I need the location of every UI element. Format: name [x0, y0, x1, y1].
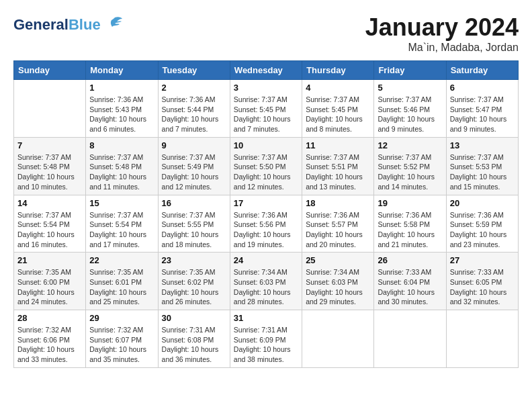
- day-number: 26: [378, 255, 442, 265]
- day-number: 19: [378, 198, 442, 208]
- calendar-cell: [374, 310, 446, 368]
- calendar-cell: 28Sunrise: 7:32 AMSunset: 6:06 PMDayligh…: [14, 310, 86, 368]
- day-info: Sunrise: 7:37 AMSunset: 5:54 PMDaylight:…: [17, 210, 82, 250]
- calendar-cell: [446, 310, 518, 368]
- calendar-cell: 6Sunrise: 7:37 AMSunset: 5:47 PMDaylight…: [446, 80, 518, 138]
- page-header: GeneralBlue January 2024 Ma`in, Madaba, …: [13, 13, 519, 54]
- day-number: 6: [450, 83, 515, 93]
- calendar-cell: 2Sunrise: 7:36 AMSunset: 5:44 PMDaylight…: [158, 80, 230, 138]
- day-info: Sunrise: 7:32 AMSunset: 6:06 PMDaylight:…: [17, 325, 82, 365]
- day-number: 17: [234, 198, 298, 208]
- day-number: 24: [234, 255, 298, 265]
- day-info: Sunrise: 7:37 AMSunset: 5:50 PMDaylight:…: [234, 152, 298, 192]
- month-title: January 2024: [365, 13, 519, 42]
- day-info: Sunrise: 7:37 AMSunset: 5:48 PMDaylight:…: [17, 152, 82, 192]
- calendar-cell: 17Sunrise: 7:36 AMSunset: 5:56 PMDayligh…: [230, 195, 302, 253]
- calendar-cell: 24Sunrise: 7:34 AMSunset: 6:03 PMDayligh…: [230, 253, 302, 310]
- calendar-cell: 30Sunrise: 7:31 AMSunset: 6:08 PMDayligh…: [158, 310, 230, 368]
- col-tuesday: Tuesday: [158, 61, 230, 80]
- day-number: 21: [17, 255, 82, 265]
- calendar-cell: [302, 310, 374, 368]
- calendar-cell: 1Sunrise: 7:36 AMSunset: 5:43 PMDaylight…: [86, 80, 158, 138]
- day-number: 11: [306, 140, 370, 150]
- calendar-cell: 8Sunrise: 7:37 AMSunset: 5:48 PMDaylight…: [86, 137, 158, 195]
- calendar-cell: 4Sunrise: 7:37 AMSunset: 5:45 PMDaylight…: [302, 80, 374, 138]
- calendar-cell: 15Sunrise: 7:37 AMSunset: 5:54 PMDayligh…: [86, 195, 158, 253]
- day-info: Sunrise: 7:37 AMSunset: 5:48 PMDaylight:…: [89, 152, 154, 192]
- day-info: Sunrise: 7:37 AMSunset: 5:52 PMDaylight:…: [378, 152, 442, 192]
- day-info: Sunrise: 7:33 AMSunset: 6:04 PMDaylight:…: [378, 267, 442, 307]
- calendar-week-row: 28Sunrise: 7:32 AMSunset: 6:06 PMDayligh…: [14, 310, 519, 368]
- calendar-header: Sunday Monday Tuesday Wednesday Thursday…: [14, 61, 519, 80]
- day-number: 27: [450, 255, 515, 265]
- day-number: 23: [162, 255, 226, 265]
- calendar-cell: 20Sunrise: 7:36 AMSunset: 5:59 PMDayligh…: [446, 195, 518, 253]
- calendar-cell: 12Sunrise: 7:37 AMSunset: 5:52 PMDayligh…: [374, 137, 446, 195]
- calendar-body: 1Sunrise: 7:36 AMSunset: 5:43 PMDaylight…: [14, 80, 519, 368]
- day-info: Sunrise: 7:34 AMSunset: 6:03 PMDaylight:…: [234, 267, 298, 307]
- calendar-cell: 3Sunrise: 7:37 AMSunset: 5:45 PMDaylight…: [230, 80, 302, 138]
- location-text: Ma`in, Madaba, Jordan: [365, 42, 519, 54]
- day-number: 14: [17, 198, 82, 208]
- calendar-cell: 11Sunrise: 7:37 AMSunset: 5:51 PMDayligh…: [302, 137, 374, 195]
- day-number: 30: [162, 313, 226, 323]
- day-number: 28: [17, 313, 82, 323]
- header-row: Sunday Monday Tuesday Wednesday Thursday…: [14, 61, 519, 80]
- calendar-cell: 22Sunrise: 7:35 AMSunset: 6:01 PMDayligh…: [86, 253, 158, 310]
- day-number: 8: [89, 140, 154, 150]
- day-info: Sunrise: 7:36 AMSunset: 5:43 PMDaylight:…: [89, 95, 154, 134]
- day-number: 3: [234, 83, 298, 93]
- calendar-cell: 18Sunrise: 7:36 AMSunset: 5:57 PMDayligh…: [302, 195, 374, 253]
- day-info: Sunrise: 7:37 AMSunset: 5:49 PMDaylight:…: [162, 152, 226, 192]
- day-number: 1: [89, 83, 154, 93]
- col-saturday: Saturday: [446, 61, 518, 80]
- logo: GeneralBlue: [13, 13, 124, 36]
- calendar-cell: [14, 80, 86, 138]
- day-info: Sunrise: 7:35 AMSunset: 6:02 PMDaylight:…: [162, 267, 226, 307]
- day-number: 31: [234, 313, 298, 323]
- day-number: 29: [89, 313, 154, 323]
- day-info: Sunrise: 7:36 AMSunset: 5:58 PMDaylight:…: [378, 210, 442, 250]
- day-info: Sunrise: 7:31 AMSunset: 6:08 PMDaylight:…: [162, 325, 226, 365]
- calendar-cell: 7Sunrise: 7:37 AMSunset: 5:48 PMDaylight…: [14, 137, 86, 195]
- day-number: 10: [234, 140, 298, 150]
- calendar-cell: 9Sunrise: 7:37 AMSunset: 5:49 PMDaylight…: [158, 137, 230, 195]
- day-info: Sunrise: 7:31 AMSunset: 6:09 PMDaylight:…: [234, 325, 298, 365]
- day-info: Sunrise: 7:36 AMSunset: 5:59 PMDaylight:…: [450, 210, 515, 250]
- calendar-table: Sunday Monday Tuesday Wednesday Thursday…: [13, 60, 519, 368]
- day-info: Sunrise: 7:35 AMSunset: 6:00 PMDaylight:…: [17, 267, 82, 307]
- calendar-cell: 19Sunrise: 7:36 AMSunset: 5:58 PMDayligh…: [374, 195, 446, 253]
- calendar-cell: 16Sunrise: 7:37 AMSunset: 5:55 PMDayligh…: [158, 195, 230, 253]
- day-number: 16: [162, 198, 226, 208]
- calendar-cell: 27Sunrise: 7:33 AMSunset: 6:05 PMDayligh…: [446, 253, 518, 310]
- calendar-cell: 10Sunrise: 7:37 AMSunset: 5:50 PMDayligh…: [230, 137, 302, 195]
- day-info: Sunrise: 7:37 AMSunset: 5:46 PMDaylight:…: [378, 95, 442, 134]
- day-info: Sunrise: 7:33 AMSunset: 6:05 PMDaylight:…: [450, 267, 515, 307]
- day-info: Sunrise: 7:37 AMSunset: 5:45 PMDaylight:…: [306, 95, 370, 134]
- day-info: Sunrise: 7:37 AMSunset: 5:53 PMDaylight:…: [450, 152, 515, 192]
- day-info: Sunrise: 7:37 AMSunset: 5:55 PMDaylight:…: [162, 210, 226, 250]
- day-info: Sunrise: 7:32 AMSunset: 6:07 PMDaylight:…: [89, 325, 154, 365]
- day-info: Sunrise: 7:37 AMSunset: 5:54 PMDaylight:…: [89, 210, 154, 250]
- logo-text: GeneralBlue: [13, 16, 101, 34]
- col-wednesday: Wednesday: [230, 61, 302, 80]
- day-info: Sunrise: 7:36 AMSunset: 5:57 PMDaylight:…: [306, 210, 370, 250]
- day-number: 13: [450, 140, 515, 150]
- day-number: 20: [450, 198, 515, 208]
- day-info: Sunrise: 7:34 AMSunset: 6:03 PMDaylight:…: [306, 267, 370, 307]
- col-sunday: Sunday: [14, 61, 86, 80]
- day-info: Sunrise: 7:37 AMSunset: 5:51 PMDaylight:…: [306, 152, 370, 192]
- calendar-cell: 29Sunrise: 7:32 AMSunset: 6:07 PMDayligh…: [86, 310, 158, 368]
- logo-bird-icon: [103, 13, 124, 36]
- calendar-cell: 25Sunrise: 7:34 AMSunset: 6:03 PMDayligh…: [302, 253, 374, 310]
- day-number: 5: [378, 83, 442, 93]
- day-info: Sunrise: 7:35 AMSunset: 6:01 PMDaylight:…: [89, 267, 154, 307]
- day-number: 22: [89, 255, 154, 265]
- calendar-week-row: 21Sunrise: 7:35 AMSunset: 6:00 PMDayligh…: [14, 253, 519, 310]
- col-monday: Monday: [86, 61, 158, 80]
- calendar-cell: 5Sunrise: 7:37 AMSunset: 5:46 PMDaylight…: [374, 80, 446, 138]
- day-number: 7: [17, 140, 82, 150]
- calendar-week-row: 7Sunrise: 7:37 AMSunset: 5:48 PMDaylight…: [14, 137, 519, 195]
- calendar-cell: 14Sunrise: 7:37 AMSunset: 5:54 PMDayligh…: [14, 195, 86, 253]
- calendar-cell: 26Sunrise: 7:33 AMSunset: 6:04 PMDayligh…: [374, 253, 446, 310]
